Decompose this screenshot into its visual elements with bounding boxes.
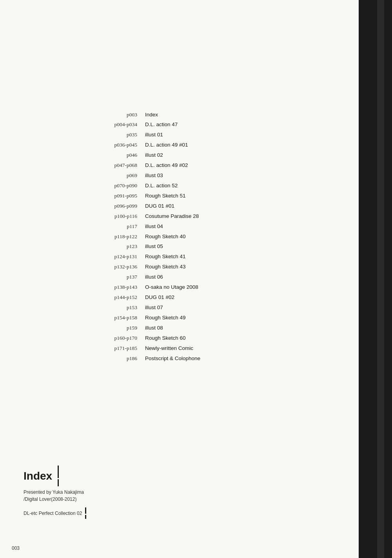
page-col: p004-p034 [94,120,145,130]
page-col: p047-p068 [94,161,145,171]
title-col: Rough Sketch 49 [145,313,314,323]
index-title-block: Index [24,466,133,486]
table-row: p160-p170Rough Sketch 60 [94,333,314,343]
table-row: p096-p099DUG 01 #01 [94,201,314,211]
page-col: p035 [94,130,145,140]
table-row: p124-p131Rough Sketch 41 [94,252,314,262]
right-bar-inner [377,0,384,558]
main-content: p003Indexp004-p034D.L. action 47p035illu… [0,0,359,558]
page-col: p100-p116 [94,211,145,221]
title-col: illust 01 [145,130,314,140]
table-row: p036-p045D.L. action 49 #01 [94,140,314,150]
table-row: p046illust 02 [94,150,314,161]
bottom-section: Index Presented by Yuka Nakajima /Digita… [24,466,133,519]
table-row: p132-p136Rough Sketch 43 [94,262,314,272]
title-bar-1 [58,466,59,478]
title-col: illust 07 [145,303,314,313]
page-col: p046 [94,150,145,161]
page-col: p171-p185 [94,343,145,353]
page-col: p123 [94,242,145,252]
page-col: p124-p131 [94,252,145,262]
title-col: Cosutume Paradise 28 [145,211,314,221]
subtitle-line1: Presented by Yuka Nakajima [24,489,133,496]
page-col: p153 [94,303,145,313]
page-col: p154-p158 [94,313,145,323]
page: p003Indexp004-p034D.L. action 47p035illu… [0,0,392,558]
page-col: p069 [94,171,145,181]
page-col: p144-p152 [94,293,145,303]
right-bar [359,0,392,558]
coll-bar-1 [85,507,86,514]
title-col: DUG 01 #02 [145,293,314,303]
page-number: 003 [12,545,20,551]
table-row: p144-p152DUG 01 #02 [94,293,314,303]
table-row: p118-p122Rough Sketch 40 [94,232,314,242]
table-row: p153illust 07 [94,303,314,313]
subtitle-block: Presented by Yuka Nakajima /Digital Love… [24,489,133,503]
index-table: p003Indexp004-p034D.L. action 47p035illu… [94,110,314,364]
page-col: p070-p090 [94,181,145,191]
index-title-text: Index [24,470,52,482]
page-col: p096-p099 [94,201,145,211]
table-row: p070-p090D.L. action 52 [94,181,314,191]
index-section: p003Indexp004-p034D.L. action 47p035illu… [94,110,314,364]
title-col: Rough Sketch 43 [145,262,314,272]
title-col: illust 05 [145,242,314,252]
title-col: Rough Sketch 51 [145,191,314,201]
page-col: p117 [94,221,145,232]
title-col: Rough Sketch 41 [145,252,314,262]
page-col: p160-p170 [94,333,145,343]
title-col: Index [145,110,314,120]
title-col: Rough Sketch 60 [145,333,314,343]
title-col: D.L. action 47 [145,120,314,130]
title-bar-2 [58,479,59,486]
table-row: p137illust 06 [94,272,314,283]
table-row: p138-p143O-saka no Utage 2008 [94,283,314,293]
title-col: Rough Sketch 40 [145,232,314,242]
table-row: p004-p034D.L. action 47 [94,120,314,130]
collection-bars [85,507,86,519]
table-row: p091-p095Rough Sketch 51 [94,191,314,201]
page-col: p186 [94,353,145,364]
title-col: DUG 01 #01 [145,201,314,211]
title-col: illust 08 [145,323,314,333]
page-col: p132-p136 [94,262,145,272]
table-row: p159illust 08 [94,323,314,333]
title-bars [58,466,59,486]
title-col: O-saka no Utage 2008 [145,283,314,293]
title-col: illust 02 [145,150,314,161]
title-col: illust 06 [145,272,314,283]
coll-bar-2 [85,515,86,519]
title-col: illust 03 [145,171,314,181]
title-col: D.L. action 52 [145,181,314,191]
table-row: p154-p158Rough Sketch 49 [94,313,314,323]
title-col: Postscript & Colophone [145,353,314,364]
table-row: p003Index [94,110,314,120]
title-col: illust 04 [145,221,314,232]
table-row: p069illust 03 [94,171,314,181]
table-row: p047-p068D.L. action 49 #02 [94,161,314,171]
title-col: D.L. action 49 #01 [145,140,314,150]
title-col: Newly-written Comic [145,343,314,353]
collection-label: DL-etc Perfect Collection 02 [24,511,82,516]
table-row: p123illust 05 [94,242,314,252]
page-col: p138-p143 [94,283,145,293]
page-col: p137 [94,272,145,283]
subtitle-line2: /Digital Lover(2008-2012) [24,496,133,503]
table-row: p171-p185Newly-written Comic [94,343,314,353]
table-row: p035illust 01 [94,130,314,140]
table-row: p117illust 04 [94,221,314,232]
collection-block: DL-etc Perfect Collection 02 [24,507,133,519]
page-col: p003 [94,110,145,120]
page-col: p091-p095 [94,191,145,201]
page-col: p036-p045 [94,140,145,150]
page-col: p159 [94,323,145,333]
table-row: p186Postscript & Colophone [94,353,314,364]
page-col: p118-p122 [94,232,145,242]
table-row: p100-p116Cosutume Paradise 28 [94,211,314,221]
title-col: D.L. action 49 #02 [145,161,314,171]
